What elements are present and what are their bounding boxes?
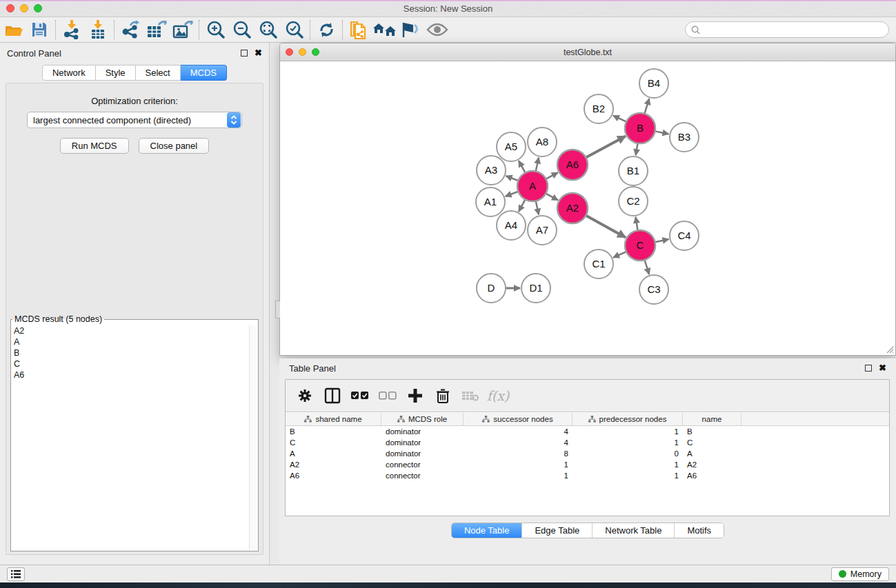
network-graph[interactable]: B4B2BB3B1C2A5A8A6A3AA1A2A4A7CC1C4C3DD1 [281, 62, 895, 354]
edge-A-A2[interactable] [546, 194, 558, 201]
edge-C-C1[interactable] [613, 252, 626, 258]
show-graphics-details-button[interactable] [424, 19, 450, 41]
create-new-column-button[interactable] [403, 383, 428, 408]
cell-name[interactable]: B [683, 426, 741, 437]
node-A4[interactable]: A4 [497, 211, 526, 240]
node-C2[interactable]: C2 [619, 187, 648, 216]
edge-C-C3[interactable] [645, 260, 650, 274]
mcds-result-item[interactable]: A [12, 336, 249, 347]
node-C1[interactable]: C1 [584, 250, 613, 278]
node-A8[interactable]: A8 [528, 128, 557, 156]
show-task-history-button[interactable] [7, 567, 25, 581]
close-panel-button[interactable]: Close panel [139, 138, 210, 154]
node-A6[interactable]: A6 [557, 150, 588, 180]
cell-shared-name[interactable]: A2 [286, 459, 381, 470]
edge-A-A7[interactable] [536, 201, 539, 214]
cell-successor-nodes[interactable]: 1 [464, 470, 573, 481]
cell-name[interactable]: C [683, 437, 741, 448]
memory-button[interactable]: Memory [831, 567, 889, 581]
tab-network[interactable]: Network [42, 65, 96, 81]
cell-successor-nodes[interactable]: 1 [464, 459, 573, 470]
edge-A6-B[interactable] [586, 136, 626, 157]
cell-shared-name[interactable]: A6 [286, 470, 381, 481]
cell-shared-name[interactable]: B [286, 426, 381, 437]
table-row[interactable]: Cdominator41C [286, 437, 889, 448]
node-A2[interactable]: A2 [557, 193, 588, 223]
cell-predecessor-nodes[interactable]: 0 [573, 448, 683, 459]
cell-name[interactable]: A [683, 448, 741, 459]
result-scrollbar[interactable] [249, 325, 257, 550]
node-B1[interactable]: B1 [619, 156, 648, 185]
cell-shared-name[interactable]: A [286, 448, 381, 459]
cell-MCDS-role[interactable]: dominator [381, 437, 464, 448]
tab-node-table[interactable]: Node Table [452, 523, 522, 538]
column-view-button[interactable] [320, 383, 345, 408]
edge-B-B3[interactable] [655, 131, 669, 134]
node-C3[interactable]: C3 [639, 275, 668, 304]
column-header-MCDS-role[interactable]: MCDS role [381, 413, 464, 425]
zoom-in-button[interactable] [202, 19, 228, 41]
cell-predecessor-nodes[interactable]: 1 [573, 470, 683, 481]
node-A3[interactable]: A3 [477, 156, 506, 185]
mcds-result-item[interactable]: C [12, 358, 249, 369]
zoom-selected-button[interactable] [281, 19, 307, 41]
column-header-predecessor-nodes[interactable]: predecessor nodes [573, 413, 683, 425]
save-session-button[interactable] [26, 19, 52, 41]
select-all-columns-button[interactable] [348, 383, 372, 408]
node-A1[interactable]: A1 [476, 187, 505, 216]
open-session-button[interactable] [0, 19, 26, 41]
cell-successor-nodes[interactable]: 8 [464, 448, 573, 459]
cell-MCDS-role[interactable]: dominator [381, 448, 464, 459]
edge-C-C2[interactable] [636, 217, 638, 231]
node-D[interactable]: D [477, 274, 506, 303]
search-input[interactable] [704, 25, 883, 34]
table-options-button[interactable] [292, 383, 317, 408]
node-D1[interactable]: D1 [521, 274, 550, 303]
node-A[interactable]: A [517, 171, 548, 201]
edge-A-A1[interactable] [506, 192, 519, 196]
export-network-button[interactable] [117, 19, 143, 41]
column-header-shared-name[interactable]: shared name [286, 413, 381, 425]
tab-network-table[interactable]: Network Table [592, 523, 674, 538]
cell-name[interactable]: A2 [683, 459, 741, 470]
column-header-successor-nodes[interactable]: successor nodes [464, 413, 573, 425]
cell-MCDS-role[interactable]: dominator [381, 426, 464, 437]
first-neighbors-button[interactable] [372, 19, 398, 41]
mcds-result-list[interactable]: A2ABCA6 [12, 325, 249, 550]
edge-B-B2[interactable] [613, 116, 626, 122]
panel-splitter-handle[interactable] [275, 301, 280, 318]
cell-name[interactable]: A6 [683, 470, 741, 481]
edge-A-A6[interactable] [546, 172, 557, 179]
node-A7[interactable]: A7 [528, 216, 557, 245]
float-table-panel-icon[interactable] [865, 365, 872, 372]
cell-MCDS-role[interactable]: connector [381, 459, 464, 470]
resize-grip-icon[interactable] [884, 344, 894, 354]
mcds-result-item[interactable]: B [12, 347, 249, 358]
node-B4[interactable]: B4 [639, 69, 668, 98]
cell-MCDS-role[interactable]: connector [381, 470, 464, 481]
column-header-name[interactable]: name [683, 413, 741, 425]
edge-B-B4[interactable] [644, 99, 649, 114]
cell-successor-nodes[interactable]: 4 [464, 437, 573, 448]
edge-A-A8[interactable] [536, 157, 539, 171]
zoom-out-button[interactable] [228, 19, 255, 41]
edge-A-A5[interactable] [519, 161, 526, 172]
apply-layout-button[interactable] [313, 19, 339, 41]
cell-successor-nodes[interactable]: 4 [464, 426, 573, 437]
cell-predecessor-nodes[interactable]: 1 [573, 426, 683, 437]
node-C4[interactable]: C4 [670, 221, 699, 250]
table-row[interactable]: Adominator80A [286, 448, 889, 459]
tab-edge-table[interactable]: Edge Table [521, 523, 592, 538]
function-builder-button[interactable]: f(x) [486, 383, 510, 408]
cell-predecessor-nodes[interactable]: 1 [573, 437, 683, 448]
tab-style[interactable]: Style [96, 65, 136, 81]
tab-mcds[interactable]: MCDS [181, 65, 227, 81]
float-panel-icon[interactable] [241, 50, 248, 57]
tab-motifs[interactable]: Motifs [674, 523, 724, 538]
table-row[interactable]: A6connector11A6 [286, 470, 889, 481]
close-table-panel-icon[interactable]: ✖ [879, 365, 886, 372]
edge-A2-C[interactable] [586, 216, 626, 238]
delete-table-button[interactable] [458, 383, 483, 408]
node-C[interactable]: C [625, 230, 655, 261]
import-network-button[interactable] [59, 19, 85, 41]
